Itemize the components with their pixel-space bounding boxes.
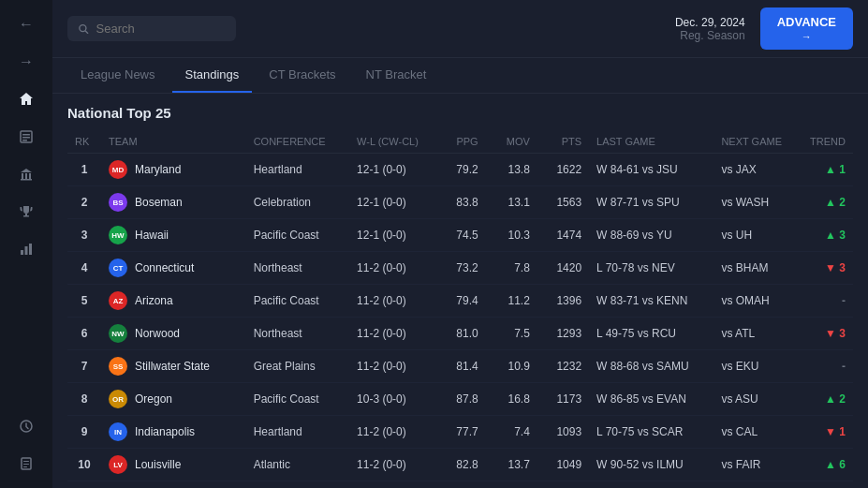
date-display: Dec. 29, 2024	[675, 16, 745, 29]
last-game-cell: L 70-75 vs SCAR	[589, 416, 714, 449]
rank-number: 10	[67, 449, 101, 481]
mov-cell: 13.8	[486, 154, 537, 186]
team-cell[interactable]: AZ Arizona	[101, 285, 246, 318]
trend-cell: ▼ 1	[797, 416, 853, 449]
team-cell[interactable]: NV Nevada	[101, 481, 246, 489]
last-game-cell: L 49-75 vs RCU	[589, 318, 714, 350]
pts-cell: 1049	[537, 449, 589, 481]
col-header-mov: MOV	[486, 130, 537, 154]
rank-number: 1	[67, 154, 101, 186]
forward-button[interactable]: →	[9, 45, 43, 79]
rank-number: 8	[67, 383, 101, 416]
pts-cell: 1474	[537, 219, 589, 252]
team-cell[interactable]: SS Stillwater State	[101, 350, 246, 383]
team-cell[interactable]: MD Maryland	[101, 154, 246, 186]
team-cell[interactable]: OR Oregon	[101, 383, 246, 416]
tab-nt-bracket[interactable]: NT Bracket	[353, 58, 440, 93]
next-game-cell: vs OMAH	[714, 285, 797, 318]
table-row: 7 SS Stillwater State Great Plains 11-2 …	[67, 350, 853, 383]
trend-neutral: -	[842, 294, 846, 307]
newspaper-button[interactable]	[9, 120, 43, 154]
advance-label: ADVANCE	[777, 15, 836, 29]
back-button[interactable]: ←	[9, 7, 43, 41]
rank-number: 9	[67, 416, 101, 449]
team-cell[interactable]: BS Boseman	[101, 186, 246, 219]
home-button[interactable]	[9, 82, 43, 116]
rank-number: 5	[67, 285, 101, 318]
newspaper-icon	[19, 129, 34, 144]
tab-standings[interactable]: Standings	[172, 58, 253, 93]
next-game-cell: vs EKU	[714, 350, 797, 383]
trend-cell: ▲ 2	[797, 186, 853, 219]
col-header-conference: Conference	[246, 130, 349, 154]
team-name: Indianapolis	[135, 425, 195, 438]
pts-cell: 948	[537, 481, 589, 489]
svg-rect-18	[23, 466, 27, 467]
team-name: Louisville	[135, 458, 181, 471]
ppg-cell: 83.8	[434, 186, 485, 219]
mov-cell: 7.5	[486, 318, 537, 350]
forward-icon: →	[19, 53, 34, 70]
wl-cell: 10-3 (0-0)	[349, 383, 434, 416]
rank-number: 11	[67, 481, 101, 489]
trend-cell: ▼ 3	[797, 252, 853, 285]
mov-cell: 13.1	[486, 186, 537, 219]
back-icon: ←	[19, 16, 34, 33]
season-display: Reg. Season	[675, 29, 745, 42]
ppg-cell: 84.6	[434, 481, 485, 489]
col-header-last: Last Game	[589, 130, 714, 154]
trend-up-icon: ▲ 1	[825, 163, 846, 176]
notes-button[interactable]	[9, 447, 43, 481]
team-cell[interactable]: NW Norwood	[101, 318, 246, 350]
svg-rect-6	[25, 173, 27, 179]
trend-cell: ▲ 2	[797, 481, 853, 489]
svg-rect-17	[23, 464, 29, 465]
last-game-cell: W 83-71 vs KENN	[589, 285, 714, 318]
wl-cell: 12-1 (0-0)	[349, 154, 434, 186]
col-header-next: Next Game	[714, 130, 797, 154]
wl-cell: 12-1 (0-0)	[349, 219, 434, 252]
conference-cell: Northeast	[246, 318, 349, 350]
mov-cell: 10.9	[486, 350, 537, 383]
pts-cell: 1093	[537, 416, 589, 449]
rankings-table: RK Team Conference W-L (CW-CL) PPG MOV P…	[67, 130, 853, 488]
history-button[interactable]	[9, 409, 43, 443]
search-input[interactable]	[96, 22, 225, 36]
table-row: 10 LV Louisville Atlantic 11-2 (0-0) 82.…	[67, 449, 853, 481]
team-name: Arizona	[135, 294, 173, 307]
conference-cell: Mountain	[246, 481, 349, 489]
home-icon	[19, 92, 34, 107]
trend-cell: ▲ 2	[797, 383, 853, 416]
col-header-wl: W-L (CW-CL)	[349, 130, 434, 154]
trend-down-icon: ▼ 3	[825, 327, 846, 340]
next-game-cell: vs FAIR	[714, 449, 797, 481]
team-cell[interactable]: HW Hawaii	[101, 219, 246, 252]
rank-number: 2	[67, 186, 101, 219]
svg-rect-11	[21, 250, 23, 255]
team-logo: HW	[109, 226, 127, 244]
ppg-cell: 81.4	[434, 350, 485, 383]
team-logo: MD	[109, 160, 127, 179]
ppg-cell: 81.0	[434, 318, 485, 350]
mov-cell: 7.8	[486, 252, 537, 285]
tab-ct-brackets[interactable]: CT Brackets	[256, 58, 348, 93]
col-header-team: Team	[101, 130, 246, 154]
chart-button[interactable]	[9, 232, 43, 266]
mov-cell: 9.5	[486, 481, 537, 489]
next-game-cell: vs CAL	[714, 416, 797, 449]
bank-button[interactable]	[9, 157, 43, 191]
col-header-pts: PTS	[537, 130, 589, 154]
trend-cell: ▲ 3	[797, 219, 853, 252]
tab-league-news[interactable]: League News	[67, 58, 169, 93]
wl-cell: 12-1 (0-0)	[349, 186, 434, 219]
wl-cell: 11-2 (0-0)	[349, 350, 434, 383]
trend-cell: ▼ 3	[797, 318, 853, 350]
advance-button[interactable]: ADVANCE →	[760, 7, 853, 50]
svg-rect-7	[29, 173, 31, 179]
team-cell[interactable]: CT Connecticut	[101, 252, 246, 285]
team-cell[interactable]: LV Louisville	[101, 449, 246, 481]
search-box[interactable]	[67, 16, 236, 41]
table-row: 5 AZ Arizona Pacific Coast 11-2 (0-0) 79…	[67, 285, 853, 318]
trophy-button[interactable]	[9, 195, 43, 229]
team-cell[interactable]: IN Indianapolis	[101, 416, 246, 449]
